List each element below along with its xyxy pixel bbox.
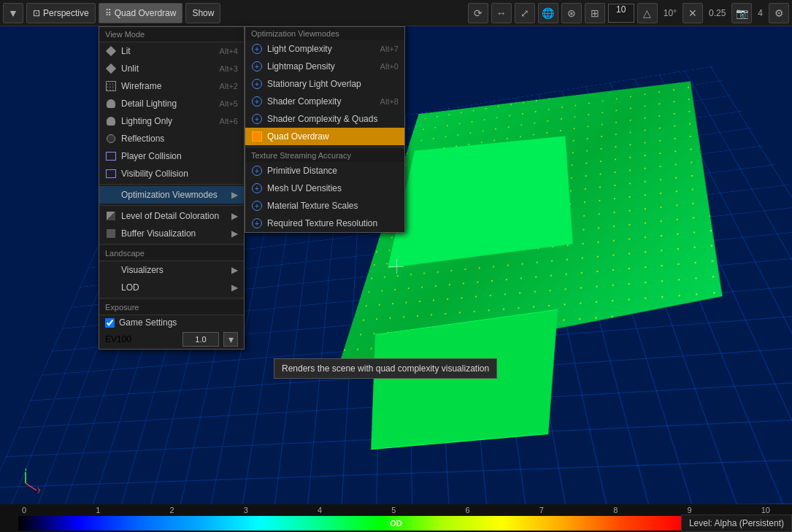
view-mode-icon: ⠿ xyxy=(105,8,112,18)
menu-item-detail-lighting[interactable]: Detail Lighting Alt+5 xyxy=(99,95,244,112)
menu-item-lit[interactable]: Lit Alt+4 xyxy=(99,42,244,60)
menu-item-lod[interactable]: Level of Detail Coloration ▶ xyxy=(99,207,244,225)
submenu-shader-complexity[interactable]: + Shader Complexity Alt+8 xyxy=(245,93,404,110)
label-5: 5 xyxy=(391,506,396,514)
lighting-only-shortcut: Alt+6 xyxy=(220,117,238,126)
label-6: 6 xyxy=(466,506,470,514)
ev100-input[interactable] xyxy=(182,332,219,347)
axis-svg: X Y xyxy=(11,469,40,498)
exposure-header: Exposure xyxy=(99,300,244,315)
menu-item-reflections[interactable]: Reflections xyxy=(99,130,244,147)
rt-icon-circle: + xyxy=(252,218,262,228)
game-settings-checkbox[interactable]: Game Settings xyxy=(99,315,244,330)
view-mode-btn[interactable]: ⠿ Quad Overdraw xyxy=(99,3,183,23)
game-settings-check[interactable] xyxy=(105,318,115,328)
unlit-label: Unlit xyxy=(121,63,215,74)
y-axis-label: Y xyxy=(23,469,28,473)
grid-size-input[interactable]: 10 xyxy=(608,4,634,23)
transform-btn[interactable]: ⟳ xyxy=(468,3,488,23)
submenu-shader-complexity-quads[interactable]: + Shader Complexity & Quads xyxy=(245,110,404,128)
status-text: Level: Alpha (Persistent) xyxy=(689,518,784,528)
lod-short-label: LOD xyxy=(121,282,227,293)
submenu-material-texture[interactable]: + Material Texture Scales xyxy=(245,197,404,215)
menu-item-visualizers[interactable]: Visualizers ▶ xyxy=(99,261,244,279)
perspective-icon: ⊡ xyxy=(33,8,40,18)
lc-icon-circle: + xyxy=(252,44,262,54)
lit-shortcut: Alt+4 xyxy=(220,47,238,55)
label-2: 2 xyxy=(170,506,174,514)
view-mode-label: Quad Overdraw xyxy=(115,8,177,18)
primitive-dist-label: Primitive Distance xyxy=(267,166,399,176)
menu-item-lod-short[interactable]: LOD ▶ xyxy=(99,279,244,296)
submenu-light-complexity[interactable]: + Light Complexity Alt+7 xyxy=(245,40,404,58)
unlit-shortcut: Alt+3 xyxy=(220,64,238,73)
grid-btn[interactable]: ↔ xyxy=(491,3,512,23)
label-8: 8 xyxy=(613,506,618,514)
detail-lighting-shortcut: Alt+5 xyxy=(220,99,238,108)
lightmap-density-label: Lightmap Density xyxy=(267,61,376,72)
lod-label: Level of Detail Coloration xyxy=(121,211,227,221)
menu-item-optimization[interactable]: Optimization Viewmodes ▶ xyxy=(99,186,244,204)
material-texture-icon: + xyxy=(251,200,263,212)
ev100-label: EV100 xyxy=(105,334,178,344)
lit-icon xyxy=(105,45,117,57)
show-btn[interactable]: Show xyxy=(185,3,220,23)
wireframe-shortcut: Alt+2 xyxy=(220,82,238,90)
visualizers-arrow: ▶ xyxy=(231,265,238,275)
lit-label: Lit xyxy=(121,46,215,56)
material-texture-label: Material Texture Scales xyxy=(267,201,399,211)
surface-btn[interactable]: ⊛ xyxy=(561,3,582,23)
detail-lighting-label: Detail Lighting xyxy=(121,99,215,109)
submenu-required-texture[interactable]: + Required Texture Resolution xyxy=(245,215,404,232)
texture-separator xyxy=(245,147,404,147)
grid-view-btn[interactable]: ⊞ xyxy=(585,3,605,23)
menu-item-player-collision[interactable]: Player Collision xyxy=(99,147,244,165)
toolbar: ▼ ⊡ Perspective ⠿ Quad Overdraw Show ⟳ ↔… xyxy=(0,0,792,26)
scale-value: 0.25 xyxy=(706,8,728,18)
camera-icon[interactable]: 📷 xyxy=(731,3,752,23)
separator3 xyxy=(99,244,244,244)
od-label: OD xyxy=(390,519,402,528)
game-settings-label: Game Settings xyxy=(119,317,177,328)
submenu-primitive-distance[interactable]: + Primitive Distance xyxy=(245,162,404,180)
snap-value: 10° xyxy=(661,8,680,18)
show-label: Show xyxy=(192,8,214,18)
submenu-lightmap-density[interactable]: + Lightmap Density Alt+0 xyxy=(245,58,404,75)
color-bar-labels: 0 1 2 3 4 5 6 7 8 9 10 xyxy=(0,504,792,516)
shader-quads-icon: + xyxy=(251,113,263,125)
label-4: 4 xyxy=(318,506,322,514)
menu-item-visibility-collision[interactable]: Visibility Collision xyxy=(99,165,244,182)
lod-short-arrow: ▶ xyxy=(231,282,238,293)
mt-icon-circle: + xyxy=(252,201,262,211)
menu-item-buffer[interactable]: Buffer Visualization ▶ xyxy=(99,225,244,242)
menu-item-wireframe[interactable]: Wireframe Alt+2 xyxy=(99,77,244,95)
lod-arrow: ▶ xyxy=(231,211,238,221)
light-complexity-label: Light Complexity xyxy=(267,44,376,54)
world-btn[interactable]: 🌐 xyxy=(538,3,558,23)
perspective-btn[interactable]: ⊡ Perspective xyxy=(26,3,96,23)
settings-icon[interactable]: ⚙ xyxy=(769,3,789,23)
ev100-spinner[interactable]: ▾ xyxy=(223,332,238,347)
lod-short-icon xyxy=(105,282,117,293)
separator4 xyxy=(99,298,244,298)
unlit-icon xyxy=(105,63,117,74)
player-collision-label: Player Collision xyxy=(121,151,238,161)
snap-icon[interactable]: ✕ xyxy=(683,3,703,23)
submenu-quad-overdraw[interactable]: Quad Overdraw xyxy=(245,128,404,145)
menu-item-lighting-only[interactable]: Lighting Only Alt+6 xyxy=(99,112,244,130)
color-bar-gradient: OD xyxy=(18,516,774,531)
mesh-uv-icon: + xyxy=(251,182,263,194)
buffer-icon xyxy=(105,228,117,239)
shader-complexity-shortcut: Alt+8 xyxy=(380,97,399,106)
view-mode-menu: View Mode Lit Alt+4 Unlit Alt+3 Wirefram… xyxy=(99,26,245,350)
dropdown-arrow-btn[interactable]: ▼ xyxy=(3,3,23,23)
maximize-btn[interactable]: ⤢ xyxy=(515,3,535,23)
visualizers-label: Visualizers xyxy=(121,265,227,275)
submenu-mesh-uv[interactable]: + Mesh UV Densities xyxy=(245,180,404,197)
menu-item-unlit[interactable]: Unlit Alt+3 xyxy=(99,60,244,77)
player-collision-icon xyxy=(105,150,117,162)
label-1: 1 xyxy=(96,506,100,514)
lightmap-density-shortcut: Alt+0 xyxy=(380,62,399,71)
submenu-stationary-light[interactable]: + Stationary Light Overlap xyxy=(245,75,404,93)
svg-line-0 xyxy=(26,483,36,490)
